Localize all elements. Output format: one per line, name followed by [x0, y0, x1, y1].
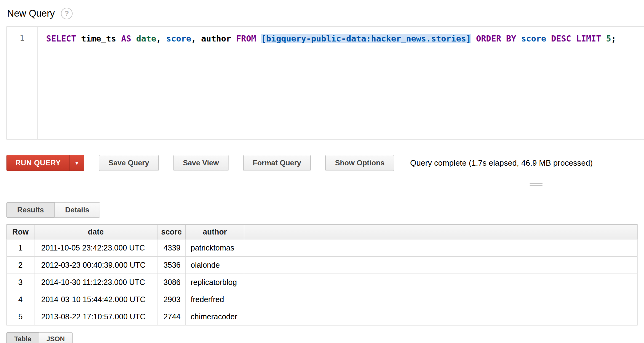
filler-cell — [244, 257, 638, 274]
code-token-plain: time_ts — [81, 34, 116, 43]
query-status-text: Query complete (1.7s elapsed, 46.9 MB pr… — [410, 158, 593, 168]
code-token-plain — [601, 34, 606, 43]
code-token-plain: ; — [611, 34, 616, 43]
code-token-plain — [501, 34, 506, 43]
code-token-plain — [76, 34, 81, 43]
query-code[interactable]: SELECT time_ts AS date, score, author FR… — [38, 27, 644, 139]
score-cell: 3536 — [157, 257, 186, 274]
code-token-blue: score — [521, 34, 546, 43]
table-row: 42014-03-10 15:44:42.000 UTC2903frederfr… — [7, 291, 638, 308]
row-number-cell: 4 — [7, 291, 34, 308]
help-icon[interactable]: ? — [61, 8, 73, 19]
chevron-down-icon: ▾ — [75, 159, 78, 167]
filler-cell — [244, 274, 638, 291]
code-token-keyword: BY — [506, 34, 516, 43]
filler-cell — [244, 308, 638, 325]
code-token-keyword: DESC — [551, 34, 571, 43]
save-view-button[interactable]: Save View — [173, 155, 229, 171]
code-token-plain — [116, 34, 121, 43]
query-toolbar: RUN QUERY ▾ Save Query Save View Format … — [6, 155, 644, 171]
table-row: 32014-10-30 11:12:23.000 UTC3086replicat… — [7, 274, 638, 291]
score-cell: 2903 — [157, 291, 186, 308]
table-row: 12011-10-05 23:42:23.000 UTC4339patrickt… — [7, 239, 638, 257]
code-token-plain — [471, 34, 476, 43]
line-number-gutter: 1 — [7, 27, 38, 139]
column-header-date: date — [34, 225, 157, 239]
author-cell: patricktomas — [186, 239, 244, 257]
code-token-plain: author — [201, 34, 231, 43]
column-header-author: author — [186, 225, 244, 239]
result-view-toggle: Table JSON — [6, 332, 73, 343]
score-cell: 2744 — [157, 308, 186, 325]
author-cell: frederfred — [186, 291, 244, 308]
sql-editor: 1 SELECT time_ts AS date, score, author … — [6, 26, 644, 140]
code-token-plain — [516, 34, 521, 43]
row-number-cell: 1 — [7, 239, 34, 257]
code-token-green: date — [136, 34, 156, 43]
tab-results[interactable]: Results — [6, 202, 55, 218]
date-cell: 2012-03-23 00:40:39.000 UTC — [34, 257, 157, 274]
date-cell: 2014-03-10 15:44:42.000 UTC — [34, 291, 157, 308]
json-view-button[interactable]: JSON — [39, 332, 73, 343]
code-token-plain: , — [156, 34, 166, 43]
score-cell: 3086 — [157, 274, 186, 291]
column-header-filler — [244, 225, 638, 239]
author-cell: chimeracoder — [186, 308, 244, 325]
results-tbody: 12011-10-05 23:42:23.000 UTC4339patrickt… — [7, 239, 638, 325]
author-cell: olalonde — [186, 257, 244, 274]
code-token-plain — [256, 34, 261, 43]
column-header-row: Row — [7, 225, 34, 239]
results-table: Row date score author 12011-10-05 23:42:… — [6, 224, 638, 325]
bigquery-new-query-page: New Query ? 1 SELECT time_ts AS date, sc… — [0, 0, 644, 343]
run-query-button[interactable]: RUN QUERY ▾ — [6, 155, 84, 171]
code-token-plain — [131, 34, 136, 43]
run-query-label: RUN QUERY — [7, 155, 70, 171]
code-token-plain — [546, 34, 551, 43]
code-token-keyword: LIMIT — [576, 34, 601, 43]
table-row: 22012-03-23 00:40:39.000 UTC3536olalonde — [7, 257, 638, 274]
line-number: 1 — [20, 34, 25, 43]
filler-cell — [244, 291, 638, 308]
format-query-button[interactable]: Format Query — [243, 155, 311, 171]
show-options-button[interactable]: Show Options — [325, 155, 394, 171]
save-query-button[interactable]: Save Query — [99, 155, 159, 171]
code-token-plain: , — [191, 34, 201, 43]
table-header-row: Row date score author — [7, 225, 638, 239]
code-token-keyword: AS — [121, 34, 131, 43]
code-token-keyword: SELECT — [46, 34, 76, 43]
score-cell: 4339 — [157, 239, 186, 257]
filler-cell — [244, 239, 638, 257]
table-row: 52013-08-22 17:10:57.000 UTC2744chimerac… — [7, 308, 638, 325]
code-token-blue: score — [166, 34, 191, 43]
resize-handle-icon[interactable] — [530, 182, 543, 186]
results-tabs: Results Details — [6, 202, 100, 218]
code-token-tableref: [bigquery-public-data:hacker_news.storie… — [261, 34, 471, 43]
date-cell: 2013-08-22 17:10:57.000 UTC — [34, 308, 157, 325]
row-number-cell: 2 — [7, 257, 34, 274]
code-token-plain — [231, 34, 236, 43]
date-cell: 2014-10-30 11:12:23.000 UTC — [34, 274, 157, 291]
panel-divider — [0, 181, 644, 188]
table-view-button[interactable]: Table — [6, 332, 39, 343]
row-number-cell: 5 — [7, 308, 34, 325]
code-token-keyword: ORDER — [476, 34, 501, 43]
row-number-cell: 3 — [7, 274, 34, 291]
column-header-score: score — [157, 225, 186, 239]
date-cell: 2011-10-05 23:42:23.000 UTC — [34, 239, 157, 257]
code-token-plain — [571, 34, 576, 43]
page-title: New Query — [7, 8, 55, 19]
title-row: New Query ? — [0, 7, 644, 20]
tab-details[interactable]: Details — [54, 202, 100, 218]
code-token-keyword: FROM — [236, 34, 256, 43]
run-query-dropdown[interactable]: ▾ — [70, 155, 84, 171]
author-cell: replicatorblog — [186, 274, 244, 291]
code-token-number: 5 — [606, 34, 611, 43]
